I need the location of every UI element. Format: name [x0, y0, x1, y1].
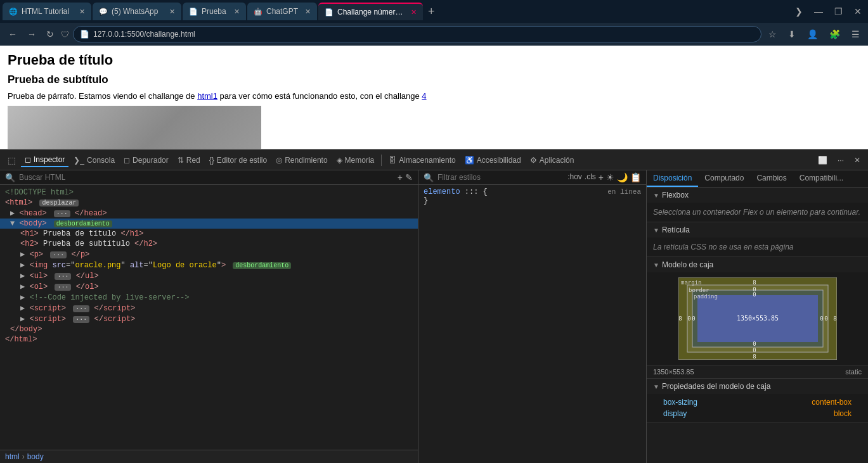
props-table: box-sizing content-box display block — [657, 396, 858, 419]
reload-button[interactable]: ↻ — [43, 28, 57, 41]
html-tree: <!DOCTYPE html> <html> desplazar ▶ <head… — [0, 185, 418, 450]
tab-close-chatgpt[interactable]: ✕ — [305, 8, 311, 16]
html-close-line[interactable]: </html> — [0, 334, 418, 345]
pseudo-hov[interactable]: :hov — [567, 172, 582, 182]
minimize-button[interactable]: — — [810, 5, 827, 18]
tab-whatsapp[interactable]: 💬 (5) WhatsApp ✕ — [93, 3, 181, 20]
bookmark-button[interactable]: ☆ — [765, 28, 780, 41]
add-node-icon[interactable]: + — [398, 172, 403, 182]
devtools-pick-button[interactable]: ⬚ — [4, 153, 20, 167]
css-sun-icon[interactable]: ☀ — [606, 172, 614, 182]
reticula-msg: La retícula CSS no se usa en esta página — [653, 243, 793, 251]
css-add-icon[interactable]: + — [599, 172, 604, 182]
p-num[interactable]: 4 — [422, 91, 426, 101]
ul-line[interactable]: ▶ <ul> ··· </ul> — [0, 270, 418, 281]
tab-computado[interactable]: Computado — [698, 170, 750, 187]
doctype-line[interactable]: <!DOCTYPE html> — [0, 187, 418, 198]
devtools-console-tab[interactable]: ❯_ Consola — [70, 154, 119, 167]
menu-button[interactable]: ☰ — [848, 28, 863, 41]
downloads-button[interactable]: ⬇ — [785, 28, 799, 41]
box-props-section: Propiedades del modelo de caja box-sizin… — [647, 379, 868, 422]
reticula-header[interactable]: Retícula — [647, 222, 868, 238]
url-text: 127.0.0.1:5500/challange.html — [93, 30, 755, 39]
devtools-performance-tab[interactable]: ◎ Rendimiento — [272, 154, 331, 167]
devtools-more-button[interactable]: ··· — [834, 154, 848, 167]
box-props-content: box-sizing content-box display block — [647, 394, 868, 422]
network-label: Red — [186, 156, 200, 165]
new-tab-button[interactable]: + — [424, 5, 439, 18]
forward-button[interactable]: → — [24, 28, 39, 41]
tab-html-tutorial[interactable]: 🌐 HTML Tutorial ✕ — [3, 3, 91, 20]
devtools-application-tab[interactable]: ⚙ Aplicación — [526, 154, 578, 167]
tab-prueba[interactable]: 📄 Prueba ✕ — [183, 3, 246, 20]
box-sizing-label: box-sizing — [657, 396, 752, 408]
box-model-header[interactable]: Modelo de caja — [647, 257, 868, 272]
html-open-line[interactable]: <html> desplazar — [0, 198, 418, 208]
devtools-memory-tab[interactable]: ◈ Memoria — [333, 154, 379, 167]
p-link[interactable]: html1 — [197, 91, 217, 101]
body-close-line[interactable]: </body> — [0, 324, 418, 334]
devtools-inspector-tab[interactable]: ◻ Inspector — [21, 153, 68, 167]
devtools-network-tab[interactable]: ⇅ Red — [174, 154, 204, 167]
reticula-title: Retícula — [662, 225, 690, 234]
body-line[interactable]: ▼ <body> desbordamiento — [0, 219, 418, 229]
devtools-dock-button[interactable]: ⬜ — [814, 154, 831, 167]
reticula-section: Retícula La retícula CSS no se usa en es… — [647, 222, 868, 257]
img-line[interactable]: ▶ <img src="oracle.png" alt="Logo de ora… — [0, 260, 418, 270]
svg-text:border: border — [689, 287, 709, 293]
css-filter-input[interactable] — [437, 173, 564, 182]
head-line[interactable]: ▶ <head> ··· </head> — [0, 208, 418, 219]
ol-badge: ··· — [55, 284, 71, 291]
tab-label-prueba: Prueba — [202, 7, 226, 16]
p-line[interactable]: ▶ <p> ··· </p> — [0, 249, 418, 260]
address-bar[interactable]: 📄 127.0.0.1:5500/challange.html — [73, 26, 761, 42]
tab-cambios[interactable]: Cambios — [750, 170, 793, 187]
tab-close-html[interactable]: ✕ — [79, 8, 85, 16]
css-copy-icon[interactable]: 📋 — [630, 172, 641, 182]
tab-challange[interactable]: 📄 Challange número 3: ✕ — [318, 3, 423, 20]
devtools-debugger-tab[interactable]: ◻ Depurador — [120, 154, 172, 167]
memory-icon: ◈ — [337, 156, 342, 165]
svg-text:8: 8 — [753, 279, 756, 286]
devtools-close-button[interactable]: ✕ — [850, 154, 864, 167]
devtools-panel: ⬚ ◻ Inspector ❯_ Consola ◻ Depurador ⇅ R… — [0, 150, 868, 463]
breadcrumb-html[interactable]: html — [5, 452, 20, 461]
svg-text:1350×553.85: 1350×553.85 — [736, 315, 778, 322]
pseudo-cls[interactable]: .cls — [585, 172, 596, 182]
tab-close-wa[interactable]: ✕ — [169, 8, 175, 16]
ol-line[interactable]: ▶ <ol> ··· </ol> — [0, 281, 418, 292]
css-filter-bar: 🔍 :hov .cls + ☀ 🌙 📋 — [418, 170, 646, 185]
size-info: 1350×553.85 static — [647, 365, 868, 379]
flexbox-header[interactable]: Flexbox — [647, 187, 868, 203]
tab-compatibili[interactable]: Compatibili... — [793, 170, 850, 187]
svg-text:0: 0 — [692, 315, 695, 322]
css-body: elemento ::: { en línea } — [418, 185, 646, 463]
tab-close-prueba[interactable]: ✕ — [234, 8, 240, 16]
tab-close-challange[interactable]: ✕ — [411, 8, 417, 16]
devtools-storage-tab[interactable]: 🗄 Almacenamiento — [385, 154, 459, 167]
restore-button[interactable]: ❐ — [831, 5, 846, 18]
comment-line[interactable]: ▶ <!--Code injected by live-server--> — [0, 292, 418, 303]
accessibility-label: Accesibilidad — [477, 156, 521, 165]
close-browser-button[interactable]: ✕ — [850, 5, 865, 18]
box-props-header[interactable]: Propiedades del modelo de caja — [647, 379, 868, 394]
css-moon-icon[interactable]: 🌙 — [617, 172, 628, 182]
html-search-input[interactable] — [19, 173, 394, 182]
extensions-button[interactable]: 🧩 — [826, 28, 843, 41]
profile-button[interactable]: 👤 — [804, 28, 821, 41]
script2-line[interactable]: ▶ <script> ··· </script> — [0, 314, 418, 324]
h2-line[interactable]: <h2> Prueba de subtítulo </h2> — [0, 239, 418, 249]
devtools-style-editor-tab[interactable]: {} Editor de estilo — [205, 154, 271, 167]
script1-line[interactable]: ▶ <script> ··· </script> — [0, 303, 418, 314]
tab-chatgpt[interactable]: 🤖 ChatGPT ✕ — [247, 3, 317, 20]
tab-disposition[interactable]: Disposición — [647, 170, 698, 187]
svg-text:8: 8 — [833, 315, 836, 322]
tab-list-button[interactable]: ❯ — [791, 5, 806, 18]
devtools-accessibility-tab[interactable]: ♿ Accesibilidad — [461, 154, 525, 167]
h1-line[interactable]: <h1> Prueba de título </h1> — [0, 229, 418, 239]
devtools-body: 🔍 + ✎ <!DOCTYPE html> <html> desplazar ▶… — [0, 170, 868, 463]
back-button[interactable]: ← — [5, 28, 20, 41]
box-model-section: Modelo de caja margin — [647, 257, 868, 365]
breadcrumb-body[interactable]: body — [27, 452, 44, 461]
pick-element-icon[interactable]: ✎ — [405, 172, 413, 182]
